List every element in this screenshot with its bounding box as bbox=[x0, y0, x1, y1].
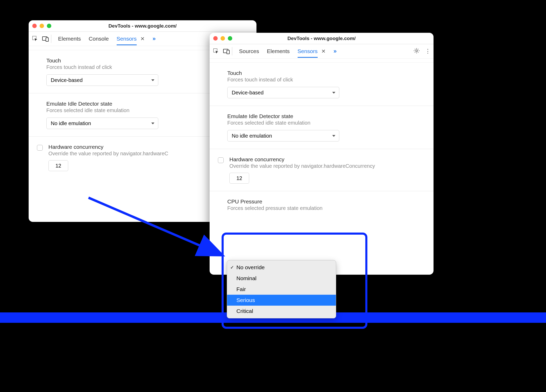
dropdown-option-label: Nominal bbox=[236, 275, 256, 281]
minimize-window-icon[interactable] bbox=[221, 36, 225, 41]
devtools-window-2: DevTools - www.google.com/ Sources Eleme… bbox=[210, 33, 434, 275]
tab-sources[interactable]: Sources bbox=[239, 45, 259, 57]
minimize-window-icon[interactable] bbox=[40, 24, 44, 28]
svg-point-6 bbox=[416, 50, 418, 52]
idle-sub: Forces selected idle state emulation bbox=[227, 120, 423, 126]
cpu-sub: Forces selected pressure state emulation bbox=[227, 205, 423, 211]
inspect-element-icon[interactable] bbox=[32, 35, 39, 42]
touch-select-value: Device-based bbox=[51, 77, 83, 83]
hw-sub: Override the value reported by navigator… bbox=[229, 163, 375, 169]
dropdown-option-nominal[interactable]: Nominal bbox=[227, 273, 336, 284]
maximize-window-icon[interactable] bbox=[47, 24, 51, 28]
device-toggle-icon[interactable] bbox=[223, 48, 230, 55]
cpu-pressure-dropdown[interactable]: ✓ No override Nominal Fair Serious Criti… bbox=[227, 260, 336, 318]
window-controls[interactable] bbox=[213, 36, 232, 41]
hw-title: Hardware concurrency bbox=[229, 156, 375, 163]
hw-value-input[interactable]: 12 bbox=[48, 160, 68, 171]
tab-console[interactable]: Console bbox=[89, 33, 109, 45]
chevron-down-icon bbox=[151, 79, 154, 81]
inspect-element-icon[interactable] bbox=[213, 48, 219, 55]
hw-checkbox[interactable] bbox=[218, 157, 224, 163]
hw-checkbox[interactable] bbox=[37, 145, 43, 151]
dropdown-option-fair[interactable]: Fair bbox=[227, 284, 336, 295]
idle-select[interactable]: No idle emulation bbox=[46, 118, 158, 129]
idle-select-value: No idle emulation bbox=[51, 120, 91, 126]
idle-select[interactable]: No idle emulation bbox=[227, 130, 339, 142]
touch-section: Touch Forces touch instead of click Devi… bbox=[210, 63, 434, 106]
idle-select-value: No idle emulation bbox=[232, 133, 272, 139]
window-title: DevTools - www.google.com/ bbox=[287, 36, 356, 41]
gear-icon[interactable] bbox=[413, 48, 420, 55]
chevron-down-icon bbox=[332, 92, 335, 94]
hw-value-input[interactable]: 12 bbox=[229, 173, 249, 184]
dropdown-option-critical[interactable]: Critical bbox=[227, 306, 336, 317]
kebab-menu-icon[interactable]: ⋮ bbox=[425, 48, 430, 55]
titlebar: DevTools - www.google.com/ bbox=[210, 33, 434, 44]
hw-section: Hardware concurrency Override the value … bbox=[210, 149, 434, 191]
touch-select-value: Device-based bbox=[232, 90, 263, 96]
cpu-title: CPU Pressure bbox=[227, 198, 423, 205]
devtools-toolbar: Sources Elements Sensors ✕ » ⋮ bbox=[210, 44, 434, 59]
check-icon: ✓ bbox=[230, 265, 234, 270]
chevron-down-icon bbox=[332, 135, 335, 137]
annotation-arrow bbox=[86, 195, 227, 264]
chevron-down-icon bbox=[151, 123, 154, 124]
touch-select[interactable]: Device-based bbox=[227, 87, 339, 98]
tab-elements[interactable]: Elements bbox=[267, 45, 290, 57]
hw-title: Hardware concurrency bbox=[48, 144, 168, 150]
cpu-pressure-section: CPU Pressure Forces selected pressure st… bbox=[210, 191, 434, 226]
touch-sub: Forces touch instead of click bbox=[227, 77, 423, 83]
idle-section: Emulate Idle Detector state Forces selec… bbox=[210, 106, 434, 149]
idle-title: Emulate Idle Detector state bbox=[227, 113, 423, 119]
maximize-window-icon[interactable] bbox=[228, 36, 232, 41]
svg-rect-2 bbox=[46, 38, 48, 41]
touch-select[interactable]: Device-based bbox=[46, 74, 158, 86]
more-tabs-icon[interactable]: » bbox=[334, 48, 337, 55]
more-tabs-icon[interactable]: » bbox=[153, 35, 156, 42]
close-window-icon[interactable] bbox=[32, 24, 37, 28]
dropdown-option-no-override[interactable]: ✓ No override bbox=[227, 262, 336, 273]
svg-rect-5 bbox=[227, 50, 229, 54]
dropdown-option-label: Serious bbox=[236, 297, 255, 303]
dropdown-option-label: No override bbox=[236, 264, 265, 271]
dropdown-option-label: Fair bbox=[236, 286, 246, 292]
close-tab-icon[interactable]: ✕ bbox=[321, 48, 326, 54]
dropdown-option-serious[interactable]: Serious bbox=[227, 295, 336, 306]
titlebar: DevTools - www.google.com/ bbox=[29, 20, 256, 32]
svg-line-8 bbox=[89, 198, 219, 254]
dropdown-option-label: Critical bbox=[236, 308, 253, 314]
close-tab-icon[interactable]: ✕ bbox=[140, 36, 145, 42]
window-controls[interactable] bbox=[32, 24, 51, 28]
tab-elements[interactable]: Elements bbox=[58, 33, 81, 45]
hw-sub: Override the value reported by navigator… bbox=[48, 151, 168, 157]
device-toggle-icon[interactable] bbox=[42, 35, 49, 42]
tab-sensors[interactable]: Sensors bbox=[117, 33, 137, 45]
window-title: DevTools - www.google.com/ bbox=[109, 23, 177, 29]
touch-title: Touch bbox=[227, 70, 423, 76]
close-window-icon[interactable] bbox=[213, 36, 218, 41]
tab-sensors[interactable]: Sensors bbox=[298, 45, 318, 58]
